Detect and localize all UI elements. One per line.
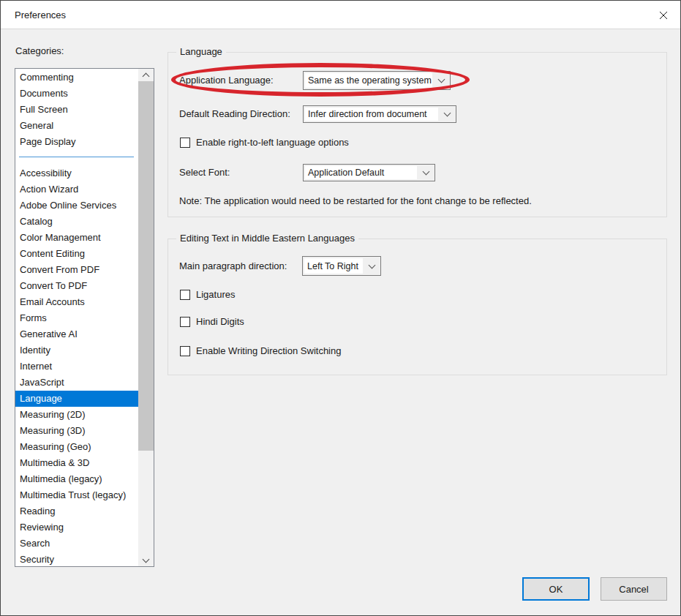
enable-rtl-checkbox[interactable] (180, 138, 190, 148)
default-reading-direction-value: Infer direction from document (305, 108, 438, 121)
ligatures-label: Ligatures (196, 289, 235, 300)
category-item[interactable]: Generative AI (15, 326, 138, 342)
category-item[interactable]: Multimedia Trust (legacy) (15, 487, 138, 503)
category-item[interactable]: Convert From PDF (15, 262, 138, 278)
ok-button[interactable]: OK (522, 577, 590, 601)
category-item[interactable]: Forms (15, 310, 138, 326)
select-font-value: Application Default (305, 166, 417, 179)
category-item[interactable]: Accessibility (15, 165, 138, 181)
category-item[interactable]: Full Screen (15, 102, 138, 118)
application-language-dropdown[interactable]: Same as the operating system (303, 71, 451, 90)
writing-direction-label: Enable Writing Direction Switching (196, 345, 341, 356)
language-groupbox: Language Application Language: Same as t… (168, 52, 667, 217)
default-reading-direction-dropdown[interactable]: Infer direction from document (303, 105, 456, 123)
writing-direction-checkbox[interactable] (180, 346, 190, 356)
category-item[interactable]: Security (15, 552, 138, 566)
category-item[interactable]: Catalog (15, 214, 138, 230)
category-item[interactable]: Commenting (15, 70, 138, 86)
category-item[interactable]: Reviewing (15, 519, 138, 536)
ligatures-row: Ligatures (180, 289, 235, 300)
main-paragraph-direction-value: Left To Right (304, 258, 363, 274)
chevron-down-icon (143, 555, 150, 563)
cancel-button[interactable]: Cancel (601, 577, 667, 601)
categories-group-main: AccessibilityAction WizardAdobe Online S… (15, 165, 138, 566)
middle-eastern-groupbox: Editing Text in Middle Eastern Languages… (168, 238, 667, 375)
categories-list: CommentingDocumentsFull ScreenGeneralPag… (15, 69, 138, 566)
title-bar: Preferences (1, 1, 680, 29)
main-paragraph-direction-label: Main paragraph direction: (179, 256, 287, 276)
scroll-up-button[interactable] (138, 69, 154, 81)
category-item[interactable]: Adobe Online Services (15, 198, 138, 214)
application-language-value: Same as the operating system (305, 73, 432, 88)
category-item[interactable]: Action Wizard (15, 181, 138, 198)
chevron-up-icon (143, 73, 150, 80)
category-item-selected[interactable]: Language (15, 391, 138, 407)
category-item[interactable]: JavaScript (15, 375, 138, 391)
category-item[interactable]: Content Editing (15, 246, 138, 262)
hindi-digits-row: Hindi Digits (180, 316, 244, 327)
scroll-down-button[interactable] (138, 554, 154, 566)
category-item[interactable]: Convert To PDF (15, 278, 138, 294)
select-font-dropdown[interactable]: Application Default (303, 164, 435, 181)
categories-label: Categories: (15, 45, 64, 56)
category-item[interactable]: Multimedia (legacy) (15, 471, 138, 487)
chevron-down-icon (422, 168, 429, 176)
category-item[interactable]: Measuring (2D) (15, 407, 138, 423)
chevron-down-icon (437, 76, 445, 83)
category-item[interactable]: Measuring (Geo) (15, 439, 138, 455)
restart-note: Note: The application would need to be r… (179, 195, 532, 206)
category-item[interactable]: Email Accounts (15, 294, 138, 310)
category-item[interactable]: Color Management (15, 230, 138, 246)
categories-listbox: CommentingDocumentsFull ScreenGeneralPag… (15, 68, 154, 567)
chevron-down-icon (368, 261, 375, 268)
enable-rtl-row: Enable right-to-left language options (180, 137, 349, 148)
writing-direction-row: Enable Writing Direction Switching (180, 345, 341, 356)
close-button[interactable] (647, 1, 680, 29)
scrollbar-thumb[interactable] (138, 81, 154, 451)
preferences-dialog: Preferences Categories: CommentingDocume… (0, 0, 681, 616)
dropdown-arrow (417, 165, 434, 181)
hindi-digits-label: Hindi Digits (196, 316, 244, 327)
category-item[interactable]: Documents (15, 86, 138, 102)
middle-eastern-group-title: Editing Text in Middle Eastern Languages (176, 233, 358, 244)
category-item[interactable]: Reading (15, 503, 138, 519)
dropdown-arrow (438, 106, 456, 122)
close-icon (658, 10, 669, 20)
application-language-label: Application Language: (179, 71, 274, 90)
category-item[interactable]: Measuring (3D) (15, 423, 138, 439)
category-item[interactable]: Internet (15, 358, 138, 375)
list-separator (19, 157, 134, 157)
dropdown-arrow (432, 72, 450, 89)
chevron-down-icon (443, 110, 451, 117)
category-item[interactable]: Page Display (15, 134, 138, 150)
category-item[interactable]: Multimedia & 3D (15, 455, 138, 471)
window-title: Preferences (15, 1, 66, 29)
main-paragraph-direction-dropdown[interactable]: Left To Right (302, 256, 381, 276)
category-item[interactable]: Search (15, 536, 138, 552)
category-item[interactable]: General (15, 118, 138, 134)
category-item[interactable]: Identity (15, 342, 138, 358)
categories-group-top: CommentingDocumentsFull ScreenGeneralPag… (15, 70, 138, 150)
hindi-digits-checkbox[interactable] (180, 317, 190, 327)
enable-rtl-label: Enable right-to-left language options (196, 137, 349, 148)
dropdown-arrow (363, 257, 380, 275)
ligatures-checkbox[interactable] (180, 290, 190, 300)
listbox-scrollbar (138, 69, 154, 566)
select-font-label: Select Font: (179, 164, 230, 181)
language-group-title: Language (176, 46, 226, 57)
default-reading-direction-label: Default Reading Direction: (179, 105, 290, 123)
